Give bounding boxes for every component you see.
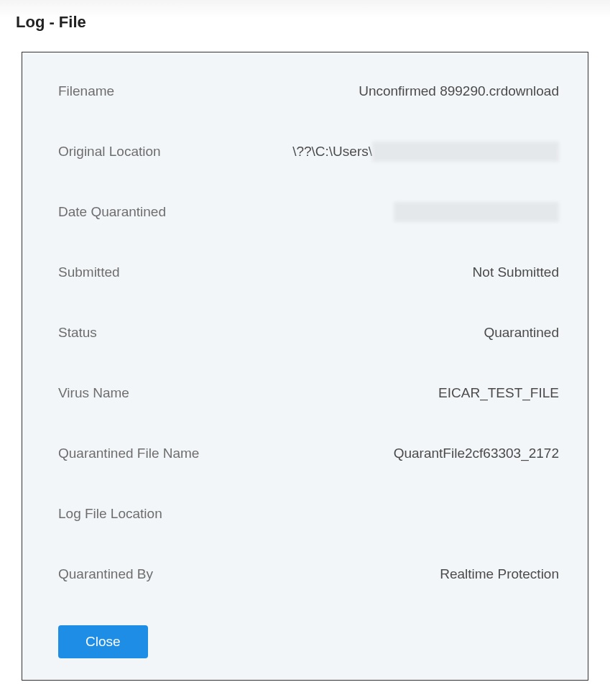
log-file-panel: Filename Unconfirmed 899290.crdownload O… [22,52,588,681]
original-location-value-prefix: \??\C:\Users\ [292,144,372,160]
close-button[interactable]: Close [58,625,148,658]
date-quarantined-label: Date Quarantined [58,204,166,220]
row-virus-name: Virus Name EICAR_TEST_FILE [58,383,559,403]
row-quarantined-by: Quarantined By Realtime Protection [58,564,559,584]
date-quarantined-value-group [166,202,559,222]
quarantined-file-name-label: Quarantined File Name [58,446,199,461]
row-log-file-location: Log File Location [58,504,559,524]
original-location-label: Original Location [58,144,161,160]
quarantined-by-value: Realtime Protection [153,566,559,582]
virus-name-label: Virus Name [58,385,129,401]
submitted-value: Not Submitted [120,264,559,280]
virus-name-value: EICAR_TEST_FILE [129,385,559,401]
row-status: Status Quarantined [58,323,559,343]
row-date-quarantined: Date Quarantined [58,202,559,222]
quarantined-file-name-value: QuarantFile2cf63303_2172 [199,446,559,461]
filename-label: Filename [58,83,114,99]
row-quarantined-file-name: Quarantined File Name QuarantFile2cf6330… [58,443,559,464]
page-title: Log - File [16,13,610,32]
submitted-label: Submitted [58,264,120,280]
log-file-location-label: Log File Location [58,506,162,522]
header-area: Log - File [0,0,610,45]
original-location-redacted [372,142,559,162]
date-quarantined-redacted [394,202,559,222]
row-submitted: Submitted Not Submitted [58,262,559,282]
row-filename: Filename Unconfirmed 899290.crdownload [58,81,559,101]
row-original-location: Original Location \??\C:\Users\ [58,142,559,162]
status-value: Quarantined [97,325,559,341]
original-location-value-group: \??\C:\Users\ [161,142,559,162]
filename-value: Unconfirmed 899290.crdownload [114,83,559,99]
quarantined-by-label: Quarantined By [58,566,153,582]
status-label: Status [58,325,97,341]
